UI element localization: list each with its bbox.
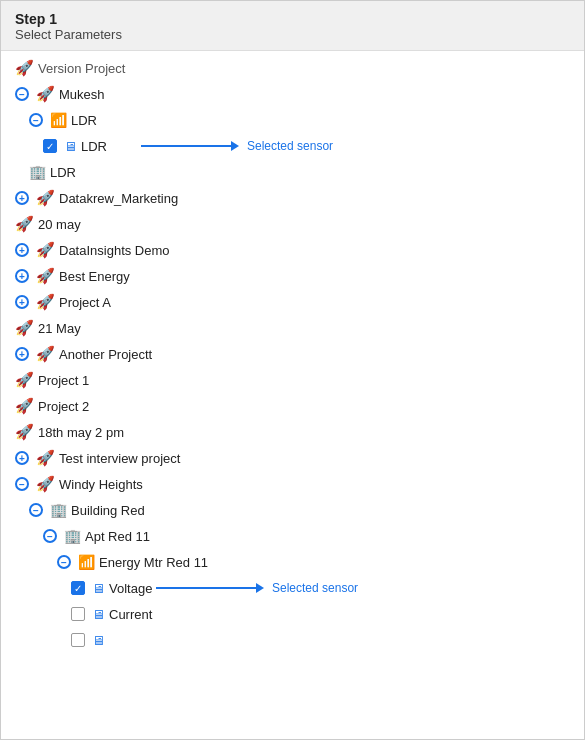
expand-icon[interactable]: + bbox=[15, 451, 29, 465]
checkbox-checked[interactable]: ✓ bbox=[43, 139, 57, 153]
item-label: Building Red bbox=[71, 503, 145, 518]
wifi-icon: 📶 bbox=[78, 554, 95, 570]
annotation-arrow-2: Selected sensor bbox=[156, 581, 358, 595]
list-item[interactable]: 🚀 Project 2 bbox=[1, 393, 584, 419]
rocket-icon: 🚀 bbox=[15, 371, 34, 389]
item-label: 21 May bbox=[38, 321, 81, 336]
expand-icon[interactable]: + bbox=[15, 347, 29, 361]
list-item[interactable]: 🚀 Version Project bbox=[1, 55, 584, 81]
list-item[interactable]: + 🚀 Best Energy bbox=[1, 263, 584, 289]
arrow-head bbox=[256, 583, 264, 593]
collapse-icon[interactable]: − bbox=[15, 477, 29, 491]
collapse-icon[interactable]: − bbox=[29, 503, 43, 517]
list-item[interactable]: 🖥 bbox=[1, 627, 584, 653]
item-label: Project 1 bbox=[38, 373, 89, 388]
item-label: Voltage bbox=[109, 581, 152, 596]
collapse-icon[interactable]: − bbox=[29, 113, 43, 127]
list-item[interactable]: ✓ 🖥 LDR Selected sensor bbox=[1, 133, 584, 159]
rocket-icon: 🚀 bbox=[36, 449, 55, 467]
list-item[interactable]: 🚀 18th may 2 pm bbox=[1, 419, 584, 445]
item-label: DataInsights Demo bbox=[59, 243, 170, 258]
item-label: Test interview project bbox=[59, 451, 180, 466]
rocket-icon: 🚀 bbox=[15, 423, 34, 441]
expand-icon[interactable]: + bbox=[15, 243, 29, 257]
building-icon: 🏢 bbox=[29, 164, 46, 180]
rocket-icon: 🚀 bbox=[15, 397, 34, 415]
rocket-icon: 🚀 bbox=[36, 241, 55, 259]
list-item[interactable]: + 🚀 DataInsights Demo bbox=[1, 237, 584, 263]
list-item[interactable]: − 🏢 Apt Red 11 bbox=[1, 523, 584, 549]
item-label: 18th may 2 pm bbox=[38, 425, 124, 440]
expand-icon[interactable]: + bbox=[15, 269, 29, 283]
arrow-line bbox=[141, 145, 231, 147]
item-label: 20 may bbox=[38, 217, 81, 232]
building-icon: 🏢 bbox=[50, 502, 67, 518]
checkbox-checked[interactable]: ✓ bbox=[71, 581, 85, 595]
item-label: Datakrew_Marketing bbox=[59, 191, 178, 206]
item-label: Energy Mtr Red 11 bbox=[99, 555, 208, 570]
item-label: Best Energy bbox=[59, 269, 130, 284]
sensor-icon: 🖥 bbox=[92, 633, 105, 648]
subtitle-label: Select Parameters bbox=[15, 27, 570, 42]
arrow-head bbox=[231, 141, 239, 151]
list-item[interactable]: − 📶 Energy Mtr Red 11 bbox=[1, 549, 584, 575]
item-label: Version Project bbox=[38, 61, 125, 76]
page-container: Step 1 Select Parameters 🚀 Version Proje… bbox=[0, 0, 585, 740]
item-label: LDR bbox=[71, 113, 97, 128]
arrow-line bbox=[156, 587, 256, 589]
checkbox-unchecked[interactable] bbox=[71, 607, 85, 621]
rocket-icon: 🚀 bbox=[36, 475, 55, 493]
list-item[interactable]: 🖥 Current bbox=[1, 601, 584, 627]
item-label: Project A bbox=[59, 295, 111, 310]
header: Step 1 Select Parameters bbox=[1, 1, 584, 51]
item-label: LDR bbox=[50, 165, 76, 180]
collapse-icon[interactable]: − bbox=[15, 87, 29, 101]
item-label: Current bbox=[109, 607, 152, 622]
list-item[interactable]: + 🚀 Test interview project bbox=[1, 445, 584, 471]
rocket-icon: 🚀 bbox=[36, 85, 55, 103]
list-item[interactable]: 🚀 21 May bbox=[1, 315, 584, 341]
list-item[interactable]: − 📶 LDR bbox=[1, 107, 584, 133]
annotation-text-2: Selected sensor bbox=[272, 581, 358, 595]
list-item[interactable]: + 🚀 Datakrew_Marketing bbox=[1, 185, 584, 211]
annotation-text-1: Selected sensor bbox=[247, 139, 333, 153]
list-item[interactable]: ✓ 🖥 Voltage Selected sensor bbox=[1, 575, 584, 601]
rocket-icon: 🚀 bbox=[36, 345, 55, 363]
list-item[interactable]: + 🚀 Another Projectt bbox=[1, 341, 584, 367]
item-label: Apt Red 11 bbox=[85, 529, 150, 544]
expand-icon[interactable]: + bbox=[15, 295, 29, 309]
collapse-icon[interactable]: − bbox=[43, 529, 57, 543]
rocket-icon: 🚀 bbox=[15, 319, 34, 337]
list-item[interactable]: − 🏢 Building Red bbox=[1, 497, 584, 523]
list-item[interactable]: 🚀 20 may bbox=[1, 211, 584, 237]
list-item[interactable]: + 🚀 Project A bbox=[1, 289, 584, 315]
checkbox-unchecked[interactable] bbox=[71, 633, 85, 647]
sensor-icon: 🖥 bbox=[64, 139, 77, 154]
item-label: LDR bbox=[81, 139, 107, 154]
rocket-icon: 🚀 bbox=[36, 189, 55, 207]
rocket-icon: 🚀 bbox=[36, 267, 55, 285]
collapse-icon[interactable]: − bbox=[57, 555, 71, 569]
tree-panel[interactable]: 🚀 Version Project − 🚀 Mukesh − 📶 LDR bbox=[1, 51, 584, 739]
rocket-icon: 🚀 bbox=[36, 293, 55, 311]
list-item[interactable]: − 🚀 Mukesh bbox=[1, 81, 584, 107]
content-area: 🚀 Version Project − 🚀 Mukesh − 📶 LDR bbox=[1, 51, 584, 739]
annotation-arrow-1: Selected sensor bbox=[141, 139, 333, 153]
step-label: Step 1 bbox=[15, 11, 570, 27]
sensor-icon: 🖥 bbox=[92, 581, 105, 596]
item-label: Windy Heights bbox=[59, 477, 143, 492]
sensor-icon: 🖥 bbox=[92, 607, 105, 622]
rocket-icon: 🚀 bbox=[15, 215, 34, 233]
list-item[interactable]: 🚀 Project 1 bbox=[1, 367, 584, 393]
expand-icon[interactable]: + bbox=[15, 191, 29, 205]
wifi-icon: 📶 bbox=[50, 112, 67, 128]
item-label: Project 2 bbox=[38, 399, 89, 414]
item-label: Mukesh bbox=[59, 87, 105, 102]
list-item[interactable]: 🏢 LDR bbox=[1, 159, 584, 185]
rocket-icon: 🚀 bbox=[15, 59, 34, 77]
building-icon: 🏢 bbox=[64, 528, 81, 544]
list-item[interactable]: − 🚀 Windy Heights bbox=[1, 471, 584, 497]
item-label: Another Projectt bbox=[59, 347, 152, 362]
